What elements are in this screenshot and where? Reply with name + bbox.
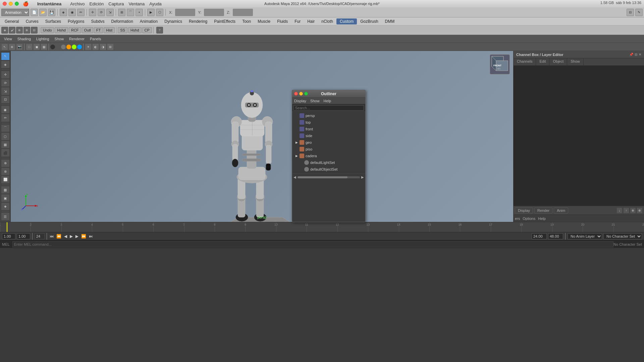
step-forward-btn[interactable]: ⏩ bbox=[80, 234, 87, 239]
maximize-button[interactable] bbox=[15, 2, 19, 6]
menu-ayuda[interactable]: Ayuda bbox=[149, 1, 162, 6]
rcf-btn[interactable]: RCF bbox=[69, 27, 81, 33]
new-scene-btn[interactable]: 📄 bbox=[31, 9, 38, 16]
menu-ncloth[interactable]: nCloth bbox=[318, 18, 336, 24]
menu-dynamics[interactable]: Dynamics bbox=[161, 18, 185, 24]
cb-help-btn[interactable]: Help bbox=[538, 217, 546, 221]
scroll-right-btn[interactable]: ▶ bbox=[361, 175, 364, 179]
outliner-item-cadera[interactable]: ▶ cadera bbox=[292, 153, 365, 159]
next-frame-btn[interactable]: ◀ bbox=[75, 234, 79, 239]
outliner-help-menu[interactable]: Help bbox=[324, 99, 331, 103]
expand-icon-geo[interactable]: ▶ bbox=[294, 140, 299, 145]
history-btn[interactable]: ▣ bbox=[1, 194, 10, 202]
snap-btn[interactable]: ▩ bbox=[1, 186, 10, 194]
menu-fur[interactable]: Fur bbox=[291, 18, 304, 24]
menu-edicion[interactable]: Edición bbox=[90, 1, 104, 6]
scale-tool-btn[interactable]: ⇲ bbox=[1, 87, 10, 95]
outliner-item-top[interactable]: top bbox=[292, 119, 365, 126]
sculpt-btn[interactable]: ⬛ bbox=[1, 149, 10, 157]
cluster-icon[interactable]: ⊕ bbox=[16, 27, 23, 34]
menu-deformation[interactable]: Deformation bbox=[108, 18, 136, 24]
menu-animation[interactable]: Animation bbox=[137, 18, 161, 24]
rigging-btn[interactable]: ⊕ bbox=[1, 159, 10, 167]
outliner-search-input[interactable] bbox=[293, 105, 364, 111]
timeline-playhead[interactable] bbox=[7, 222, 7, 232]
expand-icon-top[interactable] bbox=[294, 120, 299, 125]
cb-ers-btn[interactable]: ers bbox=[515, 217, 520, 221]
outliner-display-menu[interactable]: Display bbox=[294, 99, 306, 103]
panel-light-icon[interactable]: ☀ bbox=[85, 44, 92, 50]
vp-panels-menu[interactable]: Panels bbox=[88, 37, 103, 41]
vp-lighting-menu[interactable]: Lighting bbox=[34, 37, 51, 41]
cb-icon-3[interactable]: ⊕ bbox=[630, 207, 636, 214]
play-btn[interactable]: ▶ bbox=[69, 234, 73, 239]
undo-btn[interactable]: Undo bbox=[41, 27, 54, 33]
timeline[interactable]: 12345678910111213141516171819202122 bbox=[0, 222, 644, 232]
expand-icon-front[interactable] bbox=[294, 127, 299, 131]
cb-icon-1[interactable]: ↓ bbox=[616, 207, 623, 214]
mel-input[interactable] bbox=[12, 241, 613, 247]
quick-layout-btn[interactable]: ⊟ bbox=[627, 9, 634, 16]
menu-ventana[interactable]: Ventana bbox=[129, 1, 145, 6]
outliner-item-persp[interactable]: persp bbox=[292, 112, 365, 119]
expand-icon-cadera[interactable]: ▶ bbox=[294, 154, 299, 158]
render-btn[interactable]: ▶ bbox=[147, 9, 155, 16]
bottom-tab-display[interactable]: Display bbox=[515, 207, 533, 214]
dynamics-btn[interactable]: ⊗ bbox=[1, 168, 10, 176]
minimize-button[interactable] bbox=[9, 2, 13, 6]
outliner-item-piso[interactable]: piso bbox=[292, 146, 365, 153]
cb-resize-btn[interactable]: ⊟ bbox=[635, 53, 637, 56]
color-light[interactable] bbox=[61, 45, 66, 49]
outliner-item-side[interactable]: side bbox=[292, 132, 365, 139]
end-time-field[interactable] bbox=[532, 233, 547, 239]
cb-icon-4[interactable]: ⊗ bbox=[637, 207, 643, 214]
start-time-field[interactable] bbox=[17, 233, 30, 239]
rotate-btn[interactable]: ⟳ bbox=[98, 9, 105, 16]
z-field[interactable] bbox=[233, 9, 253, 16]
tab-edit[interactable]: Edit bbox=[536, 58, 549, 65]
menu-captura[interactable]: Captura bbox=[108, 1, 124, 6]
color-dark[interactable] bbox=[50, 45, 55, 49]
cb-icon-2[interactable]: ↑ bbox=[623, 207, 629, 214]
panel-wireframe-icon[interactable]: □ bbox=[26, 44, 33, 50]
ss-btn[interactable]: SS bbox=[118, 27, 127, 33]
menu-general[interactable]: General bbox=[1, 18, 22, 24]
menu-fluids[interactable]: Fluids bbox=[274, 18, 291, 24]
outl-btn[interactable]: Outl bbox=[82, 27, 93, 33]
mode-selector[interactable]: Animation bbox=[1, 9, 29, 16]
rotate-tool-btn[interactable]: ⟳ bbox=[1, 79, 10, 87]
expand-icon-lightset[interactable] bbox=[299, 160, 304, 165]
y-field[interactable] bbox=[204, 9, 224, 16]
x-field[interactable] bbox=[175, 9, 195, 16]
script-editor-btn[interactable]: ✎ bbox=[635, 9, 643, 16]
menu-subdvs[interactable]: Subdvs bbox=[88, 18, 108, 24]
cb-close-btn[interactable]: ✕ bbox=[639, 53, 641, 56]
snap-grid-btn[interactable]: ⊞ bbox=[118, 9, 125, 16]
tab-object[interactable]: Object bbox=[549, 58, 567, 65]
bottom-tab-render[interactable]: Render bbox=[534, 207, 552, 214]
max-time-field[interactable] bbox=[548, 233, 563, 239]
paint-btn2[interactable]: ✏ bbox=[1, 114, 10, 122]
panel-smooth-icon[interactable]: ◼ bbox=[33, 44, 40, 50]
end-frame-field[interactable] bbox=[35, 233, 45, 239]
menu-painteffects[interactable]: PaintEffects bbox=[211, 18, 239, 24]
panel-nav-icon[interactable]: ⊕ bbox=[9, 44, 15, 50]
select-tool-btn[interactable]: ↖ bbox=[1, 52, 10, 60]
lasso-btn[interactable]: ◉ bbox=[68, 9, 76, 16]
char-set-selector[interactable]: No Character Set bbox=[603, 233, 642, 239]
panel-shadow-icon[interactable]: ◐ bbox=[92, 44, 99, 50]
ft-btn[interactable]: FT bbox=[94, 27, 103, 33]
expand-icon[interactable] bbox=[294, 113, 299, 118]
panel-texture-icon[interactable]: ▦ bbox=[41, 44, 47, 50]
outliner-item-defaultlightset[interactable]: defaultLightSet bbox=[292, 159, 365, 166]
color-med[interactable] bbox=[56, 45, 60, 49]
menu-dmm[interactable]: DMM bbox=[382, 18, 398, 24]
options-btn[interactable]: ◈ bbox=[1, 202, 10, 210]
vp-show-menu[interactable]: Show bbox=[53, 37, 66, 41]
menu-polygons[interactable]: Polygons bbox=[64, 18, 88, 24]
ipr-btn[interactable]: ⬡ bbox=[156, 9, 163, 16]
cb-options-btn[interactable]: Options bbox=[523, 217, 535, 221]
hshd-btn2[interactable]: Hshd bbox=[128, 27, 142, 33]
hist-btn[interactable]: Hist bbox=[104, 27, 115, 33]
close-button[interactable] bbox=[3, 2, 7, 6]
